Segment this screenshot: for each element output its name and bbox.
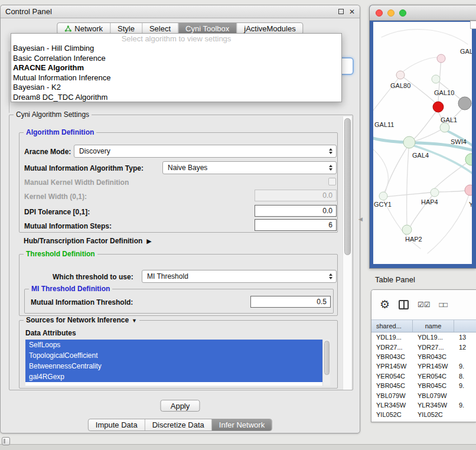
apply-button[interactable]: Apply (161, 400, 200, 412)
mi-threshold-group: MI Threshold Definition Mutual Informati… (24, 289, 334, 314)
algorithm-option[interactable]: Basic Correlation Inference (11, 54, 341, 64)
table-cell: YBL079W (371, 392, 413, 399)
network-node[interactable] (437, 54, 445, 63)
table-panel-title: Table Panel (375, 275, 415, 284)
algorithm-option[interactable]: ARACNE Algorithm (11, 63, 341, 73)
aracne-mode-label: Aracne Mode: (24, 148, 71, 156)
combo-arrows-icon (327, 273, 336, 279)
column-header-name[interactable]: name (413, 320, 454, 332)
network-node[interactable] (465, 185, 472, 195)
table-row[interactable]: YDR27...YDR27...12 (371, 342, 476, 351)
attributes-scrollbar-thumb[interactable] (324, 341, 330, 375)
settings-scrollbar-thumb[interactable] (344, 118, 351, 255)
data-attributes-list[interactable]: SelfLoopsTopologicalCoefficientBetweenne… (25, 340, 330, 386)
threshold-definition-group: Threshold Definition Which threshold to … (19, 254, 338, 316)
settings-scrollbar[interactable] (343, 116, 351, 390)
table-cell: YDL19... (371, 334, 413, 341)
table-cell: 9. (454, 402, 476, 409)
mi-threshold-field[interactable]: 0.5 (250, 296, 331, 308)
manual-kernel-width-checkbox[interactable] (328, 178, 336, 185)
aracne-mode-select[interactable]: Discovery (74, 145, 337, 158)
network-edge (387, 193, 431, 197)
network-node[interactable] (431, 188, 439, 197)
cyni-settings-title: Cyni Algorithm Settings (14, 110, 92, 119)
node-label: GAL (460, 48, 472, 55)
minimize-traffic-light[interactable] (387, 9, 395, 17)
network-node[interactable] (433, 102, 444, 112)
network-node[interactable] (402, 225, 412, 234)
table-row[interactable]: YPR145WYPR145W9. (371, 361, 476, 371)
table-cell: YDR27... (413, 344, 454, 351)
algorithm-option[interactable]: Dream8 DC_TDC Algorithm (11, 93, 341, 103)
kernel-width-field[interactable]: 0.0 (255, 190, 337, 201)
control-panel-window: Control Panel ✕ NetworkStyleSelectCyni T… (0, 5, 360, 433)
deselect-all-icon[interactable]: □□ (439, 301, 448, 309)
table-cell: YER054C (413, 373, 454, 380)
zoom-traffic-light[interactable] (399, 9, 406, 17)
column-header-extra[interactable] (454, 320, 476, 332)
float-window-icon[interactable] (338, 9, 344, 14)
dpi-tolerance-field[interactable]: 0.0 (255, 205, 337, 217)
which-threshold-select[interactable]: MI Threshold (142, 270, 337, 283)
control-panel-titlebar[interactable]: Control Panel ✕ (1, 5, 360, 18)
table-row[interactable]: YDL19...YDL19...13 (371, 332, 476, 342)
algorithm-option[interactable]: Mutual Information Inference (11, 73, 341, 83)
attribute-item[interactable]: BetweennessCentrality (25, 361, 322, 371)
table-row[interactable]: YLR345WYLR345W9. (371, 400, 476, 410)
attribute-item[interactable]: TopologicalCoefficient (25, 350, 322, 361)
application-window: Control Panel ✕ NetworkStyleSelectCyni T… (0, 0, 476, 450)
bottom-tabs: Impute DataDiscretize DataInfer Network (88, 419, 272, 431)
node-label: GCY1 (374, 201, 392, 208)
network-canvas[interactable]: GAL80GAL10GAL11GAL1SWI4GAL4GCY1HAP4HAP2G… (373, 22, 472, 264)
panel-toggle-icon[interactable] (2, 437, 10, 445)
close-traffic-light[interactable] (376, 9, 383, 17)
groupbox-fragment (9, 51, 9, 113)
attributes-scrollbar[interactable] (322, 340, 330, 386)
control-panel-title: Control Panel (5, 7, 52, 16)
close-panel-icon[interactable]: ✕ (349, 9, 355, 15)
table-row[interactable]: YER054CYER054C8. (371, 371, 476, 381)
network-node[interactable] (379, 192, 387, 200)
column-header-shared[interactable]: shared... (371, 320, 413, 332)
network-node[interactable] (403, 136, 415, 148)
algorithm-definition-group: Algorithm Definition Aracne Mode: Discov… (19, 132, 338, 233)
attribute-item[interactable]: SelfLoops (25, 340, 322, 350)
table-row[interactable]: YBR045CYBR045C9. (371, 381, 476, 390)
network-node[interactable] (440, 123, 449, 132)
mi-steps-field[interactable]: 6 (255, 219, 337, 231)
network-node[interactable] (458, 97, 471, 110)
tab-label: Select (149, 24, 171, 33)
gear-icon[interactable]: ⚙ (380, 299, 390, 311)
sources-group: Sources for Network Inference▼ Data Attr… (19, 320, 338, 389)
table-row[interactable]: YBL079WYBL079W (371, 390, 476, 400)
table-cell: YPR145W (371, 363, 413, 370)
dpi-tolerance-label: DPI Tolerance [0,1]: (24, 208, 90, 216)
network-window-titlebar[interactable] (370, 5, 476, 21)
attribute-item[interactable]: gal4RGexp (25, 371, 322, 382)
tab-impute-data[interactable]: Impute Data (89, 419, 145, 431)
tab-discretize-data[interactable]: Discretize Data (145, 419, 211, 431)
mi-algorithm-type-select[interactable]: Naive Bayes (162, 161, 337, 174)
table-row[interactable]: YIL052CYIL052C (371, 410, 476, 419)
table-body: YDL19...YDL19...13YDR27...YDR27...12YBR0… (371, 332, 476, 420)
node-label: HAP2 (405, 236, 422, 243)
table-row[interactable]: YBR043CYBR043C (371, 352, 476, 361)
columns-icon[interactable] (399, 300, 409, 309)
tab-label: Network (74, 24, 103, 33)
network-node[interactable] (396, 71, 405, 79)
select-all-icon[interactable]: ☑☑ (418, 301, 431, 309)
algorithm-option[interactable]: Bayesian - Hill Climbing (11, 44, 341, 54)
collapse-divider-icon[interactable]: ◀ (358, 216, 363, 222)
sources-group-title[interactable]: Sources for Network Inference▼ (24, 316, 139, 325)
network-node[interactable] (432, 75, 440, 83)
scrollbar-corner (470, 21, 476, 29)
tab-label: jActiveModules (244, 24, 295, 33)
algorithm-option[interactable]: Bayesian - K2 (11, 83, 341, 93)
table-cell: YDL19... (413, 334, 454, 341)
tab-label: Style (118, 24, 135, 33)
table-header: shared... name (371, 319, 476, 332)
tab-infer-network[interactable]: Infer Network (211, 419, 272, 431)
network-edge (439, 191, 465, 192)
hub-definition-toggle[interactable]: Hub/Transcription Factor Definition ▶ (24, 237, 152, 245)
table-cell: 9. (454, 363, 476, 370)
